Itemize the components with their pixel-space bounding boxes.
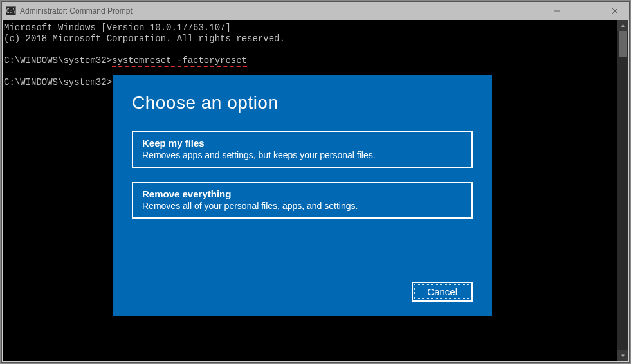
- scrollbar-track[interactable]: [617, 31, 628, 350]
- cancel-button[interactable]: Cancel: [412, 282, 473, 302]
- minimize-button[interactable]: [542, 2, 571, 20]
- console-command-highlighted: systemreset -factoryreset: [112, 55, 247, 67]
- option-remove-everything[interactable]: Remove everything Removes all of your pe…: [132, 182, 473, 219]
- scroll-up-arrow-icon[interactable]: ▲: [617, 20, 628, 31]
- console-prompt: C:\WINDOWS\system32>: [4, 77, 112, 87]
- scroll-down-arrow-icon[interactable]: ▼: [617, 350, 628, 361]
- command-prompt-window: C:\ Administrator: Command Prompt Micros…: [1, 1, 630, 363]
- maximize-button[interactable]: [571, 2, 600, 20]
- option-title: Keep my files: [142, 138, 462, 149]
- titlebar[interactable]: C:\ Administrator: Command Prompt: [2, 2, 629, 20]
- close-icon: [612, 8, 618, 14]
- option-description: Removes all of your personal files, apps…: [142, 201, 462, 211]
- cmd-icon: C:\: [6, 6, 16, 15]
- vertical-scrollbar[interactable]: ▲ ▼: [617, 20, 628, 361]
- window-controls: [542, 2, 629, 20]
- window-title: Administrator: Command Prompt: [20, 6, 542, 15]
- console-prompt: C:\WINDOWS\system32>: [4, 55, 112, 66]
- option-title: Remove everything: [142, 188, 462, 199]
- option-keep-my-files[interactable]: Keep my files Removes apps and settings,…: [132, 131, 473, 168]
- reset-dialog: Choose an option Keep my files Removes a…: [113, 75, 492, 316]
- dialog-title: Choose an option: [132, 93, 473, 113]
- option-description: Removes apps and settings, but keeps you…: [142, 150, 462, 160]
- console-line: (c) 2018 Microsoft Corporation. All righ…: [4, 33, 285, 44]
- svg-rect-1: [583, 8, 589, 14]
- console-line: Microsoft Windows [Version 10.0.17763.10…: [4, 23, 231, 33]
- minimize-icon: [554, 8, 560, 14]
- maximize-icon: [583, 8, 589, 14]
- scrollbar-thumb[interactable]: [619, 31, 627, 57]
- close-button[interactable]: [600, 2, 629, 20]
- dialog-footer: Cancel: [412, 282, 473, 302]
